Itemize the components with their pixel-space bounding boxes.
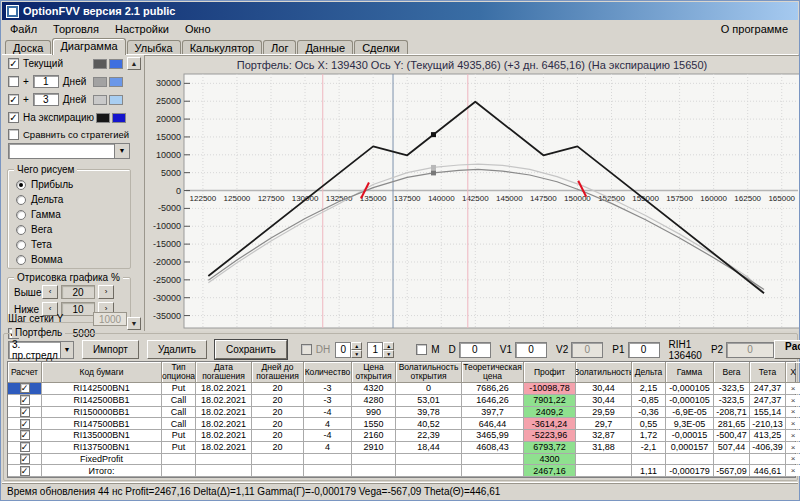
radio-Прибыль[interactable]: Прибыль (8, 177, 130, 192)
column-header-7[interactable]: Волатильность открытия (396, 362, 462, 383)
menu-about[interactable]: О программе (711, 22, 798, 36)
column-header-6[interactable]: Цена открытия (352, 362, 396, 383)
row-delete-cell[interactable]: × (786, 383, 800, 394)
row-delete-cell[interactable]: × (786, 442, 800, 453)
column-header-12[interactable]: Гамма (666, 362, 714, 383)
column-header-2[interactable]: Тип опциона (162, 362, 196, 383)
radio-Гамма[interactable]: Гамма (8, 207, 130, 222)
color-swatch[interactable] (93, 59, 107, 69)
row-delete-cell[interactable]: × (786, 465, 800, 476)
spin-up-icon[interactable]: ▲ (383, 342, 394, 350)
row-checkbox-cell[interactable]: ✓ (8, 383, 42, 394)
row-checkbox-cell[interactable]: ✓ (8, 407, 42, 418)
series-checkbox[interactable]: ✓ (8, 58, 19, 69)
close-icon[interactable]: × (791, 396, 796, 405)
row-checkbox-cell[interactable]: ✓ (8, 454, 42, 465)
radio-Вега[interactable]: Вега (8, 222, 130, 237)
column-header-5[interactable]: Количество (304, 362, 352, 383)
field-input-D[interactable]: 0 (459, 342, 491, 358)
row-checkbox[interactable]: ✓ (20, 454, 30, 464)
column-header-11[interactable]: Дельта (632, 362, 666, 383)
compare-checkbox[interactable] (8, 129, 19, 140)
close-icon[interactable]: × (791, 454, 796, 463)
scroll-up-icon[interactable]: ▲ (127, 57, 141, 70)
radio-dot[interactable] (16, 225, 26, 235)
field-input-P1[interactable]: 0 (628, 342, 660, 358)
close-icon[interactable]: × (791, 407, 796, 416)
days-input[interactable]: 1 (33, 75, 59, 88)
spinner-2-arrows[interactable]: ▲▼ (383, 342, 394, 358)
column-header-15[interactable]: X (786, 362, 800, 383)
spinner-2[interactable]: 1 ▲▼ (367, 342, 394, 358)
color-swatch[interactable] (93, 95, 107, 105)
spin-down-icon[interactable]: ▼ (351, 350, 362, 358)
menu-item-Настройки[interactable]: Настройки (107, 22, 177, 36)
column-header-14[interactable]: Тета (750, 362, 786, 383)
scroll-down-icon[interactable]: ▼ (127, 317, 141, 330)
row-delete-cell[interactable]: × (786, 430, 800, 441)
column-header-0[interactable]: Расчет (8, 362, 42, 383)
row-checkbox-cell[interactable]: ✓ (8, 442, 42, 453)
tab-Лог[interactable]: Лог (263, 40, 296, 55)
tab-Улыбка[interactable]: Улыбка (127, 40, 181, 55)
close-icon[interactable]: × (791, 466, 796, 475)
delete-button[interactable]: Удалить (147, 340, 207, 359)
row-delete-cell[interactable]: × (786, 418, 800, 429)
menu-item-Окно[interactable]: Окно (177, 22, 219, 36)
radio-Вомма[interactable]: Вомма (8, 252, 130, 267)
row-checkbox[interactable]: ✓ (20, 395, 30, 405)
import-button[interactable]: Импорт (82, 340, 139, 359)
strategy-combobox[interactable]: ▼ (8, 143, 130, 159)
spin-up-icon[interactable]: ▲ (351, 342, 362, 350)
decrease-button[interactable]: ‹ (42, 285, 58, 299)
row-delete-cell[interactable]: × (786, 454, 800, 465)
row-checkbox-cell[interactable]: ✓ (8, 465, 42, 476)
radio-dot[interactable] (16, 210, 26, 220)
column-header-4[interactable]: Дней до погашения (252, 362, 304, 383)
column-header-3[interactable]: Дата погашения (196, 362, 252, 383)
series-checkbox[interactable]: ✓ (8, 112, 19, 123)
row-checkbox[interactable]: ✓ (20, 430, 30, 440)
column-header-13[interactable]: Вега (714, 362, 750, 383)
close-icon[interactable]: × (791, 384, 796, 393)
color-swatch[interactable] (109, 59, 123, 69)
column-header-10[interactable]: Волатильность (576, 362, 632, 383)
row-checkbox-cell[interactable]: ✓ (8, 395, 42, 406)
radio-dot[interactable] (16, 240, 26, 250)
row-checkbox[interactable]: ✓ (20, 442, 30, 452)
field-input-V2[interactable]: 0 (571, 342, 603, 358)
increase-button[interactable]: › (98, 285, 114, 299)
radio-dot[interactable] (16, 180, 26, 190)
tab-Диаграмма[interactable]: Диаграмма (52, 38, 125, 55)
column-header-8[interactable]: Теоретическая цена (462, 362, 524, 383)
close-icon[interactable]: × (791, 419, 796, 428)
tab-Калькулятор[interactable]: Калькулятор (182, 40, 262, 55)
row-checkbox-cell[interactable]: ✓ (8, 418, 42, 429)
row-checkbox[interactable]: ✓ (20, 407, 30, 417)
spinner-1-arrows[interactable]: ▲▼ (351, 342, 362, 358)
radio-Тета[interactable]: Тета (8, 237, 130, 252)
tab-Сделки[interactable]: Сделки (354, 40, 408, 55)
chevron-down-icon[interactable]: ▼ (114, 144, 129, 158)
column-header-1[interactable]: Код бумаги (42, 362, 162, 383)
chart-svg[interactable]: 300002500020000150001000050000-5000-1000… (146, 72, 799, 330)
radio-dot[interactable] (16, 195, 26, 205)
spinner-1[interactable]: 0 ▲▼ (335, 342, 362, 358)
menu-item-Файл[interactable]: Файл (2, 22, 45, 36)
field-input-V1[interactable]: 0 (515, 342, 547, 358)
grid-step-input[interactable]: 1000 (93, 312, 127, 326)
close-icon[interactable]: × (791, 431, 796, 440)
tab-Данные[interactable]: Данные (297, 40, 353, 55)
close-icon[interactable]: × (791, 443, 796, 452)
row-delete-cell[interactable]: × (786, 407, 800, 418)
series-checkbox[interactable]: ✓ (8, 94, 19, 105)
series-checkbox[interactable] (8, 76, 19, 87)
days-input[interactable]: 3 (33, 93, 59, 106)
column-header-9[interactable]: Профит (524, 362, 576, 383)
preset-combobox[interactable]: 3. пр.стредл ▼ (8, 341, 74, 359)
row-checkbox[interactable]: ✓ (20, 419, 30, 429)
color-swatch[interactable] (93, 77, 107, 87)
color-swatch[interactable] (109, 77, 123, 87)
color-swatch[interactable] (109, 95, 123, 105)
p2-input[interactable]: 0 (726, 342, 774, 358)
